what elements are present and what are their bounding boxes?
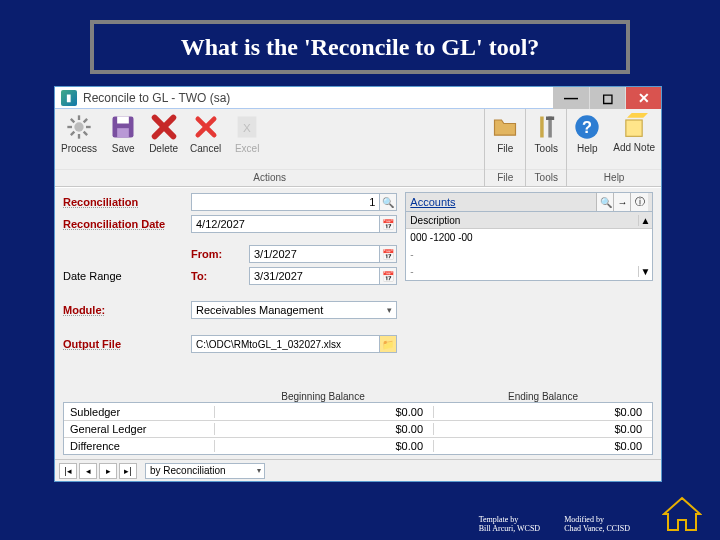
arrow-right-icon: → [618,197,628,208]
accounts-info-button[interactable]: ⓘ [630,193,648,211]
balances-section: Beginning Balance Ending Balance Subledg… [55,384,661,459]
svg-text:X: X [243,121,251,134]
tools-menu[interactable]: Tools [526,109,566,169]
table-row: Difference $0.00 $0.00 [64,437,652,454]
process-label: Process [61,143,97,154]
slide-title-banner: What is the 'Reconcile to GL' tool? [90,20,630,74]
window-titlebar: ▮ Reconcile to GL - TWO (sa) — ◻ ✕ [55,87,661,109]
cancel-x-icon [192,113,220,141]
table-row[interactable]: - [406,246,652,263]
to-label: To: [191,270,249,282]
calendar-icon: 📅 [382,249,394,260]
file-group-label: File [485,169,525,186]
calendar-icon: 📅 [382,219,394,230]
help-menu[interactable]: ? Help [567,109,607,169]
note-icon [620,113,648,141]
svg-line-6 [84,132,88,136]
accounts-grid: Description ▲ 000 -1200 -00 - -▼ [405,212,653,281]
svg-rect-20 [546,117,554,121]
reconciliation-lookup-button[interactable]: 🔍 [379,193,397,211]
slide-credits: Template by Bill Arcuri, WCSD Modified b… [479,516,630,534]
from-date-field[interactable]: 3/1/2027 [249,245,380,263]
module-label: Module: [63,304,191,316]
excel-button: X Excel [227,109,267,169]
svg-point-0 [74,122,83,131]
process-button[interactable]: Process [55,109,103,169]
save-button[interactable]: Save [103,109,143,169]
table-row: General Ledger $0.00 $0.00 [64,420,652,437]
table-row: Subledger $0.00 $0.00 [64,403,652,420]
accounts-header: Accounts 🔍 → ⓘ [405,192,653,212]
nav-first-button[interactable]: |◂ [59,463,77,479]
tools-label: Tools [535,143,558,154]
accounts-link[interactable]: Accounts [410,196,455,208]
svg-text:?: ? [582,118,592,136]
table-row[interactable]: 000 -1200 -00 [406,229,652,246]
calendar-icon: 📅 [382,271,394,282]
svg-marker-24 [627,113,648,118]
output-browse-button[interactable]: 📁 [379,335,397,353]
info-icon: ⓘ [635,195,645,209]
recon-date-calendar-button[interactable]: 📅 [379,215,397,233]
reconciliation-label: Reconciliation [63,196,191,208]
col-beginning-balance: Beginning Balance [213,391,433,402]
add-note-label: Add Note [613,143,655,153]
cancel-button[interactable]: Cancel [184,109,227,169]
excel-label: Excel [235,143,259,154]
home-button[interactable] [662,496,702,532]
form-body: Reconciliation 1 🔍 Reconciliation Date 4… [55,187,661,384]
maximize-button[interactable]: ◻ [589,87,625,109]
table-row[interactable]: -▼ [406,263,652,280]
to-date-field[interactable]: 3/31/2027 [249,267,380,285]
svg-marker-25 [664,498,700,530]
delete-button[interactable]: Delete [143,109,184,169]
col-ending-balance: Ending Balance [433,391,653,402]
gear-icon [65,113,93,141]
sort-select[interactable]: by Reconciliation [145,463,265,479]
accounts-expand-button[interactable]: → [613,193,631,211]
folder-icon: 📁 [382,339,394,350]
folder-icon [491,113,519,141]
cancel-label: Cancel [190,143,221,154]
nav-next-button[interactable]: ▸ [99,463,117,479]
credit-modified-author: Chad Vance, CCISD [564,525,630,534]
module-select[interactable]: Receivables Management [191,301,397,319]
from-label: From: [191,248,249,260]
delete-x-icon [150,113,178,141]
nav-last-button[interactable]: ▸| [119,463,137,479]
add-note-button[interactable]: Add Note [607,109,661,169]
nav-prev-button[interactable]: ◂ [79,463,97,479]
excel-icon: X [233,113,261,141]
floppy-icon [109,113,137,141]
actions-group-label: Actions [55,169,484,186]
svg-line-5 [71,119,75,123]
grid-scroll-down[interactable]: ▼ [638,266,652,277]
tools-icon [532,113,560,141]
file-menu[interactable]: File [485,109,525,169]
recon-date-label: Reconciliation Date [63,218,191,230]
window-footer: |◂ ◂ ▸ ▸| by Reconciliation [55,459,661,481]
close-button[interactable]: ✕ [625,87,661,109]
help-label: Help [577,143,598,154]
accounts-col-description: Description [406,215,638,226]
search-icon: 🔍 [382,197,394,208]
output-file-field[interactable]: C:\ODC\RMtoGL_1_032027.xlsx [191,335,380,353]
svg-line-8 [84,119,88,123]
minimize-button[interactable]: — [553,87,589,109]
delete-label: Delete [149,143,178,154]
svg-line-7 [71,132,75,136]
accounts-lookup-button[interactable]: 🔍 [596,193,614,211]
reconciliation-field[interactable]: 1 [191,193,380,211]
recon-date-field[interactable]: 4/12/2027 [191,215,380,233]
help-icon: ? [573,113,601,141]
slide-title: What is the 'Reconcile to GL' tool? [181,34,540,61]
balances-grid: Subledger $0.00 $0.00 General Ledger $0.… [63,402,653,455]
file-label: File [497,143,513,154]
to-date-calendar-button[interactable]: 📅 [379,267,397,285]
svg-rect-23 [626,120,642,136]
output-file-label: Output File [63,338,191,350]
svg-rect-10 [117,117,129,124]
grid-scroll-up[interactable]: ▲ [638,215,652,226]
app-icon: ▮ [61,90,77,106]
from-date-calendar-button[interactable]: 📅 [379,245,397,263]
